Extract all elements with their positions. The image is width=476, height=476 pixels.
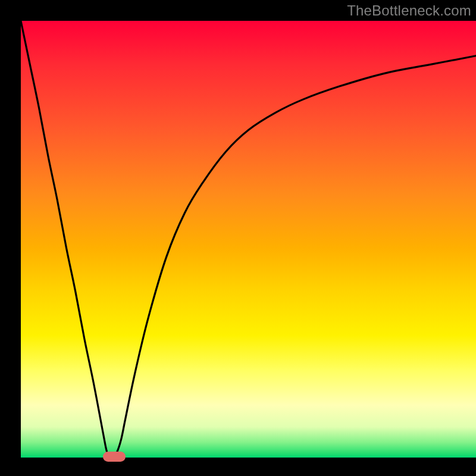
chart-container: TheBottleneck.com bbox=[0, 0, 476, 476]
plot-area bbox=[21, 21, 476, 458]
minimum-marker bbox=[103, 452, 126, 462]
watermark-text: TheBottleneck.com bbox=[347, 2, 471, 19]
line-series bbox=[21, 21, 476, 458]
